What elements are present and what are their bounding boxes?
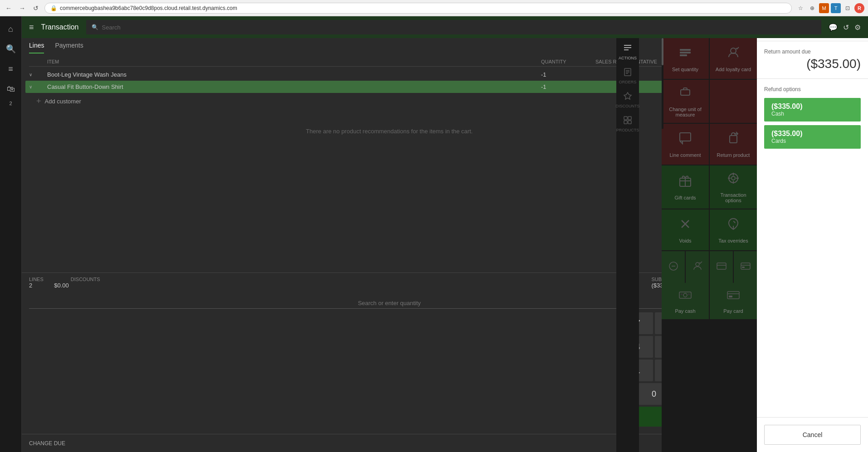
sidebar-orders[interactable]: ORDERS — [616, 66, 639, 86]
item-name: Boot-Leg Vintage Wash Jeans — [47, 71, 541, 78]
sidebar-search-icon[interactable]: 🔍 — [2, 40, 20, 58]
refund-option-cards[interactable]: ($335.00) Cards — [764, 125, 861, 149]
svg-rect-5 — [626, 72, 629, 73]
lines-value: 2 — [29, 282, 32, 289]
voids-icon — [678, 217, 692, 234]
refund-cards-amount: ($335.00) — [771, 130, 853, 138]
set-quantity-tile[interactable]: Set quantity — [662, 38, 709, 79]
svg-rect-6 — [626, 73, 628, 74]
svg-rect-9 — [628, 117, 631, 120]
scroll-indicator — [662, 38, 663, 65]
svg-rect-10 — [624, 121, 627, 124]
table-row[interactable]: ∨ Boot-Leg Vintage Wash Jeans -1 ($270.0… — [29, 68, 750, 81]
svg-rect-13 — [680, 52, 691, 53]
lines-label: LINES — [29, 277, 44, 282]
refund-cash-amount: ($335.00) — [771, 102, 853, 111]
sidebar-menu-icon[interactable]: ≡ — [2, 60, 20, 78]
app-layout: ⌂ 🔍 ≡ 🛍 2 ≡ Transaction 🔍 Search 💬 ↺ ⚙ L… — [0, 16, 868, 452]
left-sidebar: ⌂ 🔍 ≡ 🛍 2 — [0, 16, 22, 452]
numpad-search-input[interactable] — [29, 298, 750, 309]
svg-rect-38 — [681, 293, 683, 295]
extension-icon-3[interactable]: T — [831, 3, 841, 13]
pay-card-label: Pay card — [723, 308, 743, 314]
add-loyalty-label: Add loyalty card — [716, 67, 751, 72]
orders-label: ORDERS — [619, 80, 637, 84]
line-comment-tile[interactable]: Line comment — [662, 124, 709, 165]
browser-chrome: ← → ↺ 🔒 commercebugbashea9b6abc78e0c9d8p… — [0, 0, 868, 16]
settings-icon[interactable]: ⚙ — [854, 23, 861, 32]
svg-rect-12 — [680, 49, 691, 51]
user-avatar[interactable]: R — [854, 3, 864, 13]
small-icon-4 — [740, 261, 751, 274]
gift-cards-tile[interactable]: Gift cards — [662, 165, 709, 209]
item-name: Casual Fit Button-Down Shirt — [47, 83, 541, 90]
search-bar[interactable]: 🔍 Search — [86, 20, 821, 34]
gift-cards-icon — [678, 174, 692, 191]
add-customer-label: Add customer — [45, 98, 81, 105]
refund-option-cash[interactable]: ($335.00) Cash — [764, 98, 861, 122]
change-unit-tile[interactable]: Change unit of measure — [662, 80, 709, 123]
tab-payments[interactable]: Payments — [55, 42, 83, 53]
svg-rect-14 — [680, 54, 687, 56]
pay-cash-tile[interactable]: Pay cash — [662, 283, 709, 319]
item-quantity: -1 — [541, 71, 595, 78]
change-due-label: CHANGE DUE — [29, 440, 65, 447]
extension-icon-4[interactable]: ⊡ — [843, 3, 853, 13]
add-loyalty-icon — [726, 45, 741, 63]
pay-card-tile[interactable]: Pay card — [710, 283, 757, 319]
extension-icon-1[interactable]: ⊕ — [807, 3, 817, 13]
forward-button[interactable]: → — [17, 3, 27, 13]
hamburger-button[interactable]: ≡ — [29, 23, 34, 32]
small-icon-3 — [716, 261, 727, 274]
return-product-tile[interactable]: Return product — [710, 124, 757, 165]
add-customer[interactable]: + Add customer — [29, 93, 750, 110]
discounts-label: DISCOUNTS — [616, 104, 640, 108]
chat-icon[interactable]: 💬 — [829, 23, 838, 32]
expand-icon: ∨ — [29, 84, 47, 89]
url-bar[interactable]: 🔒 commercebugbashea9b6abc78e0c9d8pos.clo… — [44, 3, 792, 14]
voids-tile[interactable]: Voids — [662, 209, 709, 250]
svg-rect-33 — [741, 263, 750, 269]
svg-rect-40 — [727, 292, 739, 299]
sidebar-products[interactable]: PRODUCTS — [616, 114, 639, 134]
reload-button[interactable]: ↺ — [31, 3, 41, 13]
svg-rect-16 — [681, 90, 690, 95]
add-loyalty-tile[interactable]: Add loyalty card — [710, 38, 757, 79]
transaction-options-tile[interactable]: Transaction options — [710, 165, 757, 209]
side-icon-bar: ACTIONS ORDERS DISCOUNTS — [616, 38, 639, 452]
return-amount-label: Return amount due — [764, 49, 861, 55]
top-bar-icons: 💬 ↺ ⚙ — [829, 23, 861, 32]
sidebar-bag-icon[interactable]: 🛍 — [2, 80, 20, 98]
actions-icon — [623, 44, 632, 55]
refresh-icon[interactable]: ↺ — [843, 23, 849, 32]
cancel-button[interactable]: Cancel — [764, 425, 861, 445]
svg-rect-0 — [624, 45, 631, 46]
set-quantity-label: Set quantity — [672, 67, 698, 72]
small-tiles — [662, 251, 757, 283]
gift-tiles-row: Gift cards Transaction options — [662, 165, 757, 209]
svg-point-37 — [683, 293, 687, 297]
sidebar-home-icon[interactable]: ⌂ — [2, 20, 20, 38]
svg-rect-8 — [624, 117, 627, 120]
col-item: ITEM — [47, 59, 541, 64]
sidebar-actions[interactable]: ACTIONS — [616, 42, 639, 62]
extension-icon-2[interactable]: M — [819, 3, 829, 13]
back-button[interactable]: ← — [4, 3, 14, 13]
tax-overrides-tile[interactable]: Tax overrides — [710, 209, 757, 250]
svg-rect-18 — [730, 136, 737, 143]
small-tile-3[interactable] — [710, 251, 733, 283]
voids-label: Voids — [679, 238, 692, 243]
page-title: Transaction — [41, 23, 79, 31]
svg-rect-39 — [688, 293, 690, 295]
sidebar-discounts[interactable]: DISCOUNTS — [616, 90, 639, 110]
table-row[interactable]: ∨ Casual Fit Button-Down Shirt -1 ($65.0… — [25, 81, 753, 93]
tab-lines[interactable]: Lines — [29, 42, 44, 53]
small-tile-1[interactable] — [662, 251, 685, 283]
refund-options-label: Refund options — [764, 86, 861, 92]
svg-rect-1 — [624, 47, 631, 48]
add-customer-icon: + — [36, 97, 41, 106]
small-tile-4[interactable] — [734, 251, 757, 283]
small-tile-2[interactable] — [686, 251, 709, 283]
star-icon[interactable]: ☆ — [795, 3, 805, 13]
small-icon-2 — [692, 261, 703, 274]
